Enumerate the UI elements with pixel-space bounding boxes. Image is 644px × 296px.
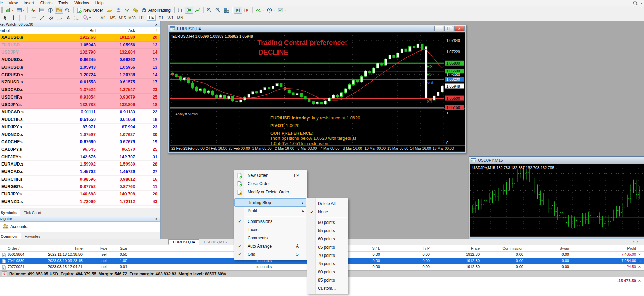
timeframe-mn[interactable]: MN — [176, 15, 185, 21]
usdjpy-chart-area[interactable]: USDJPY,M15 132.783 132.887 132.708 132.7… — [470, 164, 644, 237]
usdjpy-window-titlebar[interactable]: USDJPY,M15 — [469, 157, 644, 164]
market-watch-row[interactable]: CADJPY.s96.54596.57025 — [0, 146, 160, 153]
market-watch-row[interactable]: AUDCHF.s0.616500.6166818 — [0, 116, 160, 124]
tab-favorites[interactable]: Favorites — [21, 233, 44, 239]
market-watch-row[interactable]: USDJPY.s132.788132.80618 — [0, 101, 160, 109]
cursor-tool-button[interactable] — [1, 14, 9, 21]
line-chart-button[interactable] — [194, 7, 201, 14]
close-order-icon[interactable]: × — [637, 259, 642, 263]
close-icon[interactable]: × — [637, 278, 642, 283]
navigator-button[interactable] — [46, 7, 54, 14]
close-icon[interactable]: x — [154, 217, 159, 221]
eurusd-chart-area[interactable]: Trading Central preference:DECLINER3R2Pi… — [169, 32, 465, 152]
vline-tool-button[interactable] — [21, 14, 29, 21]
indicators-button[interactable]: ▾ — [254, 7, 265, 14]
market-watch-row[interactable]: NZDUSD.s0.615580.6157517 — [0, 79, 160, 86]
timeframe-d1[interactable]: D1 — [156, 15, 165, 21]
new-chart-button[interactable]: ▾ — [4, 7, 14, 14]
tab-symbols[interactable]: Symbols — [0, 209, 20, 216]
chart-tab-usdjpy-m15[interactable]: USDJPY,M15 — [199, 239, 231, 245]
tab-scroll-arrows[interactable]: ◂▸ — [633, 240, 641, 243]
market-watch-row[interactable]: EURUSD1.059431.0595613 — [0, 42, 160, 49]
shapes-tool-button[interactable]: ▾ — [81, 14, 92, 21]
expert-advisors-button[interactable] — [106, 7, 114, 14]
market-watch-row[interactable]: EURAUD.s1.599021.5993028 — [0, 161, 160, 168]
bars-button[interactable] — [176, 7, 184, 14]
menu-item-delete-all[interactable]: Delete All — [308, 200, 348, 208]
auto-scroll-button[interactable] — [234, 7, 242, 14]
fibo-tool-button[interactable]: F — [56, 14, 64, 21]
orders-column-commission[interactable]: Commission — [479, 246, 523, 250]
zoom-out-button[interactable] — [214, 7, 222, 14]
data-window-button[interactable] — [38, 7, 46, 14]
zoom-in-button[interactable] — [205, 7, 213, 14]
menu-item-50-points[interactable]: 50 points — [308, 218, 348, 227]
tester-button[interactable] — [64, 7, 72, 14]
menu-item-custom-[interactable]: Custom... — [308, 284, 348, 293]
crosshair-tool-button[interactable] — [10, 14, 18, 21]
chart-tab-eurusd-h4[interactable]: EURUSD,H4 — [168, 239, 199, 245]
orders-column-profit[interactable]: Profit — [591, 246, 636, 250]
menu-item-75-points[interactable]: 75 points — [308, 260, 348, 268]
timeframe-h4[interactable]: H4 — [147, 15, 156, 21]
search-icon[interactable] — [633, 0, 638, 6]
column-header-spread[interactable]: ! — [136, 28, 157, 33]
orders-column-price[interactable]: Price — [435, 246, 480, 250]
market-watch-row[interactable]: EURJPY.s140.688140.70820 — [0, 191, 160, 198]
menu-item-view[interactable]: View — [6, 0, 21, 6]
menu-item-profit[interactable]: Profit▸ — [234, 207, 306, 215]
timeframe-h1[interactable]: H1 — [137, 15, 146, 21]
close-button[interactable]: × — [454, 26, 465, 31]
market-watch-row[interactable]: XAUUSD.s1912.601912.8020 — [0, 34, 160, 42]
market-watch-row[interactable]: EURCAD.s1.457021.4572927 — [0, 168, 160, 176]
navigator-item-accounts[interactable]: Accounts — [0, 222, 160, 229]
timeframe-m1[interactable]: M1 — [99, 15, 108, 21]
menu-item-file[interactable]: File — [0, 0, 6, 6]
market-watch-row[interactable]: USDCAD.s1.375241.3754723 — [0, 86, 160, 94]
market-watch-row[interactable]: AUDNZD.s1.075971.0762730 — [0, 131, 160, 139]
templates-button[interactable]: ▾ — [276, 7, 287, 14]
market-watch-row[interactable]: USDJPY132.790132.80414 — [0, 49, 160, 56]
minimize-button[interactable]: — — [434, 26, 443, 31]
text-tool-button[interactable]: A — [64, 14, 72, 21]
column-header-symbol[interactable]: Symbol — [0, 28, 30, 33]
trendline-tool-button[interactable] — [39, 14, 46, 21]
timeframe-w1[interactable]: W1 — [166, 15, 175, 21]
tab-common[interactable]: Common — [0, 233, 21, 239]
market-watch-row[interactable]: AUDJPY.s87.97187.99423 — [0, 124, 160, 131]
signals-button[interactable] — [123, 7, 131, 14]
market-watch-row[interactable]: AUDCAD.s0.911110.9113322 — [0, 109, 160, 116]
menu-item-auto-arrange[interactable]: ✓Auto ArrangeA — [234, 242, 306, 250]
terminal-button[interactable] — [55, 7, 63, 14]
market-watch-row[interactable]: GBPUSD.s1.207241.2073814 — [0, 71, 160, 79]
menu-item-new-order[interactable]: New OrderF9 — [234, 171, 306, 180]
close-icon[interactable]: x — [154, 22, 159, 26]
scripts-button[interactable] — [132, 7, 140, 14]
market-watch-row[interactable]: CADCHF.s0.676600.6767919 — [0, 138, 160, 146]
menu-item-60-points[interactable]: 60 points — [308, 235, 348, 243]
timeframe-m15[interactable]: M15 — [118, 15, 127, 21]
orders-column-size[interactable]: Size — [83, 246, 127, 250]
label-tool-button[interactable]: T — [73, 14, 81, 21]
menu-item-modify-or-delete-order[interactable]: Modify or Delete Order — [234, 188, 306, 196]
menu-item-close-order[interactable]: Close Order — [234, 180, 306, 188]
metaeditor-button[interactable] — [114, 7, 122, 14]
menu-item-help[interactable]: Help — [92, 0, 107, 6]
menu-item-commissions[interactable]: ✓Commissions — [234, 217, 306, 226]
market-watch-row[interactable]: AUDUSD.s0.662450.6626217 — [0, 56, 160, 64]
orders-column-swap[interactable]: Swap — [524, 246, 569, 250]
chevron-down-icon[interactable]: ▾ — [641, 2, 642, 5]
menu-item-comments[interactable]: Comments — [234, 234, 306, 242]
menu-item-none[interactable]: ✓None — [308, 208, 348, 216]
chart-shift-button[interactable] — [243, 7, 251, 14]
market-watch-button[interactable] — [29, 7, 37, 14]
channel-tool-button[interactable]: E — [47, 14, 55, 21]
menu-item-85-points[interactable]: 85 points — [308, 276, 348, 284]
menu-item-65-points[interactable]: 65 points — [308, 243, 348, 251]
autotrading[interactable]: AutoTrading — [140, 7, 173, 14]
profiles-button[interactable]: ▾ — [15, 7, 25, 14]
restore-button[interactable]: ❐ — [444, 26, 453, 31]
menu-item-grid[interactable]: ✓GridG — [234, 250, 306, 259]
periods-button[interactable]: ▾ — [265, 7, 276, 14]
orders-column-tp[interactable]: T / P — [385, 246, 430, 250]
